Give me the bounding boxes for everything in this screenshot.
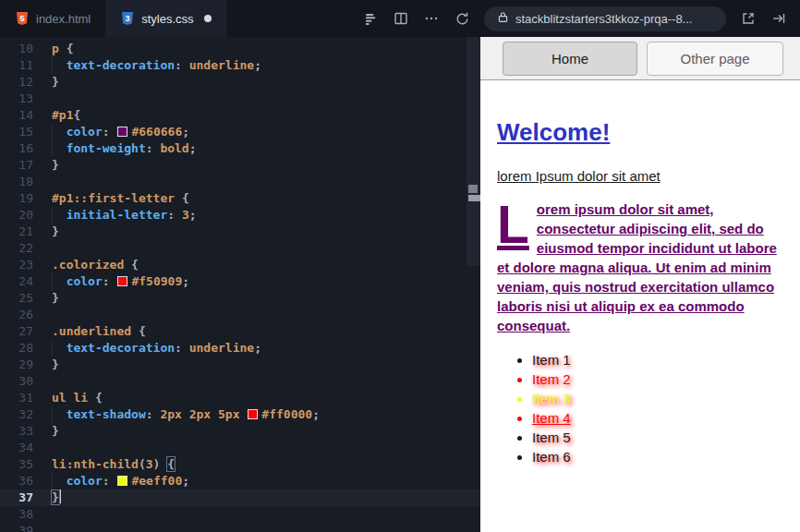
line-number: 24 bbox=[0, 273, 33, 290]
color-swatch bbox=[117, 476, 127, 486]
code-line[interactable]: 26 bbox=[0, 307, 480, 323]
code-line[interactable]: 16 font-weight: bold; bbox=[0, 140, 480, 157]
list-item: Item 3 bbox=[532, 389, 791, 408]
line-number: 21 bbox=[0, 224, 33, 240]
code-line[interactable]: 24 color: #f50909; bbox=[0, 273, 480, 290]
code-line[interactable]: 35li:nth-child(3) { bbox=[0, 456, 480, 473]
preview-nav: Home Other page bbox=[480, 37, 800, 80]
code-text: .colorized { bbox=[52, 257, 139, 273]
sash-handle-icon[interactable] bbox=[468, 195, 480, 201]
code-text: text-decoration: underline; bbox=[52, 57, 261, 74]
line-number: 12 bbox=[0, 74, 33, 91]
toolbar-controls: stackblitzstarters3tkkoz-prqa--8... bbox=[362, 0, 800, 37]
line-number: 23 bbox=[0, 257, 33, 273]
text-cursor bbox=[59, 490, 61, 503]
more-actions-icon[interactable] bbox=[423, 10, 440, 27]
code-text: } bbox=[52, 290, 59, 307]
html5-icon: 5 bbox=[15, 11, 30, 26]
line-number: 10 bbox=[0, 41, 33, 57]
line-number: 29 bbox=[0, 357, 33, 373]
line-number: 30 bbox=[0, 373, 33, 390]
code-line[interactable]: 17} bbox=[0, 157, 480, 174]
line-number: 11 bbox=[0, 57, 33, 74]
code-line[interactable]: 12} bbox=[0, 74, 480, 91]
split-editor-icon[interactable] bbox=[393, 10, 409, 27]
url-text: stackblitzstarters3tkkoz-prqa--8... bbox=[515, 12, 692, 26]
list-item: Item 1 bbox=[532, 350, 791, 369]
code-editor[interactable]: 10p {11 text-decoration: underline;12}13… bbox=[0, 37, 480, 532]
code-text: color: #eeff00; bbox=[52, 473, 189, 490]
code-line[interactable]: 14#p1{ bbox=[0, 107, 480, 124]
line-number: 34 bbox=[0, 440, 33, 456]
line-number: 36 bbox=[0, 473, 33, 490]
code-text: } bbox=[52, 423, 59, 440]
code-line[interactable]: 33} bbox=[0, 423, 480, 440]
code-line[interactable]: 37} bbox=[0, 490, 480, 506]
editor-scrollbar[interactable] bbox=[467, 37, 480, 532]
app-window: 5 index.html 3 styles.css bbox=[0, 0, 800, 532]
code-line[interactable]: 20 initial-letter: 3; bbox=[0, 207, 480, 224]
tab-styles-css[interactable]: 3 styles.css bbox=[105, 0, 225, 37]
open-external-icon[interactable] bbox=[740, 10, 757, 27]
code-text: } bbox=[52, 224, 59, 240]
code-line[interactable]: 29} bbox=[0, 357, 480, 373]
code-line[interactable]: 30 bbox=[0, 373, 480, 390]
code-line[interactable]: 27.underlined { bbox=[0, 323, 480, 340]
unsaved-dot-icon bbox=[204, 15, 212, 22]
code-line[interactable]: 31ul li { bbox=[0, 390, 480, 406]
line-number: 15 bbox=[0, 124, 33, 140]
url-bar[interactable]: stackblitzstarters3tkkoz-prqa--8... bbox=[484, 6, 726, 31]
line-number: 38 bbox=[0, 506, 33, 523]
editor-lines: 10p {11 text-decoration: underline;12}13… bbox=[0, 41, 480, 532]
code-text: font-weight: bold; bbox=[52, 140, 197, 157]
code-line[interactable]: 18 bbox=[0, 174, 480, 190]
code-line[interactable]: 39 bbox=[0, 523, 480, 532]
line-number: 22 bbox=[0, 240, 33, 257]
line-number: 28 bbox=[0, 340, 33, 357]
code-text: } bbox=[52, 490, 61, 506]
prettier-icon[interactable] bbox=[362, 10, 379, 27]
code-line[interactable]: 19#p1::first-letter { bbox=[0, 190, 480, 207]
list-item: Item 4 bbox=[532, 408, 791, 428]
tab-label: index.html bbox=[36, 12, 91, 26]
code-line[interactable]: 13 bbox=[0, 91, 480, 107]
lorem-paragraph: Lorem ipsum dolor sit amet, consectetur … bbox=[497, 200, 791, 335]
code-text: text-shadow: 2px 2px 5px #ff0000; bbox=[52, 406, 320, 423]
code-line[interactable]: 38 bbox=[0, 506, 480, 523]
refresh-icon[interactable] bbox=[454, 10, 470, 27]
code-line[interactable]: 36 color: #eeff00; bbox=[0, 473, 480, 490]
welcome-heading: Welcome! bbox=[497, 118, 791, 147]
scrollbar-thumb[interactable] bbox=[467, 37, 480, 266]
code-line[interactable]: 28 text-decoration: underline; bbox=[0, 340, 480, 357]
list-item: Item 6 bbox=[532, 447, 791, 466]
other-page-button[interactable]: Other page bbox=[647, 42, 783, 76]
preview-pane: Home Other page Welcome! lorem Ipsum dol… bbox=[480, 37, 800, 532]
svg-text:5: 5 bbox=[19, 14, 24, 23]
tab-bar: 5 index.html 3 styles.css bbox=[0, 0, 226, 37]
line-number: 14 bbox=[0, 107, 33, 124]
code-line[interactable]: 23.colorized { bbox=[0, 257, 480, 273]
line-number: 17 bbox=[0, 157, 33, 174]
item-list: Item 1Item 2Item 3Item 4Item 5Item 6 bbox=[497, 350, 791, 466]
code-line[interactable]: 25} bbox=[0, 290, 480, 307]
svg-text:3: 3 bbox=[126, 14, 130, 23]
tab-index-html[interactable]: 5 index.html bbox=[0, 0, 105, 37]
code-line[interactable]: 10p { bbox=[0, 41, 480, 57]
home-button[interactable]: Home bbox=[503, 42, 637, 76]
code-text: text-decoration: underline; bbox=[52, 340, 261, 357]
line-number: 16 bbox=[0, 140, 33, 157]
css3-icon: 3 bbox=[120, 11, 135, 26]
code-line[interactable]: 34 bbox=[0, 440, 480, 456]
code-text: } bbox=[52, 357, 59, 373]
code-line[interactable]: 15 color: #660666; bbox=[0, 124, 480, 140]
code-line[interactable]: 22 bbox=[0, 240, 480, 257]
line-number: 39 bbox=[0, 523, 33, 532]
code-line[interactable]: 32 text-shadow: 2px 2px 5px #ff0000; bbox=[0, 406, 480, 423]
code-text: ul li { bbox=[52, 390, 103, 406]
code-line[interactable]: 21} bbox=[0, 224, 480, 240]
paragraph-text: orem ipsum dolor sit amet, consectetur a… bbox=[497, 201, 777, 333]
code-line[interactable]: 11 text-decoration: underline; bbox=[0, 57, 480, 74]
move-panel-right-icon[interactable] bbox=[770, 10, 787, 27]
sash-handle-icon[interactable] bbox=[468, 185, 478, 193]
color-swatch bbox=[117, 276, 127, 286]
